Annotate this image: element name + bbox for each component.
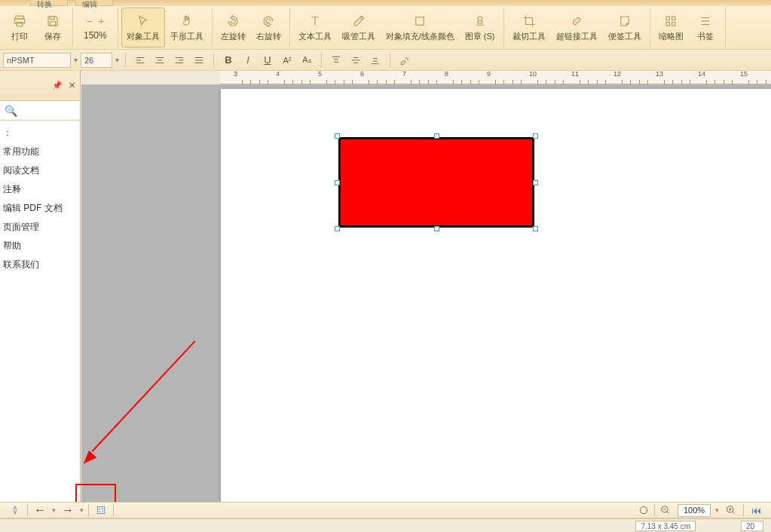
font-select[interactable] [3,53,71,68]
crop-icon [522,13,536,29]
resize-handle-se[interactable] [533,226,538,231]
rotate-left-label: 左旋转 [221,31,246,42]
pin-icon[interactable]: 📌 [52,81,63,90]
svg-rect-9 [666,23,670,26]
align-left-button[interactable] [132,52,148,69]
binoculars-icon[interactable]: 🔍 [5,105,17,117]
sidebar-item-contact[interactable]: 联系我们 [0,255,80,274]
valign-bot-button[interactable] [367,52,384,69]
format-bar: ▾ ▾ B I U A² A₂ [0,50,771,71]
canvas[interactable] [81,84,771,502]
resize-handle-s[interactable] [434,226,439,231]
selected-rectangle[interactable] [335,133,538,231]
pen-tool-button[interactable] [8,503,23,517]
valign-mid-button[interactable] [347,52,364,69]
rotate-right-button[interactable]: 右旋转 [251,8,286,47]
resize-handle-ne[interactable] [533,133,538,139]
tabs-bar: 转换 编辑 [0,0,771,6]
superscript-button[interactable]: A² [279,52,295,69]
prev-arrow-button[interactable]: ← [32,503,47,517]
thumbnail-label: 缩略图 [659,31,684,42]
rotate-right-icon [262,13,275,29]
sidebar-item-edit-pdf[interactable]: 编辑 PDF 文档 [0,199,80,218]
eyedropper-button[interactable]: 吸管工具 [337,8,381,47]
fill-line-button[interactable]: 对象填充/线条颜色 [381,8,460,47]
svg-line-44 [733,512,735,514]
save-icon [46,13,60,29]
resize-handle-w[interactable] [335,180,340,185]
eyedropper-label: 吸管工具 [342,31,375,42]
link-icon [570,13,583,29]
eyedropper-icon [352,13,366,29]
text-tool-button[interactable]: 文本工具 [293,8,337,47]
hyperlink-button[interactable]: 超链接工具 [551,8,603,47]
zoom-control[interactable]: − + 150% [76,8,115,47]
resize-handle-nw[interactable] [335,133,340,139]
sticky-label: 便签工具 [608,31,641,42]
rotate-left-icon [226,13,240,29]
status-page: 20 [741,521,763,531]
save-button[interactable]: 保存 [36,8,69,47]
zoom-in-button[interactable] [724,503,739,517]
resize-handle-e[interactable] [533,180,538,185]
object-tool-label: 对象工具 [127,31,160,42]
note-icon [618,13,632,29]
align-center-button[interactable] [151,52,168,69]
stamp-icon [473,13,487,29]
subscript-button[interactable]: A₂ [298,52,315,69]
rectangle-shape[interactable] [338,137,534,228]
svg-rect-7 [666,17,670,20]
annotation-arrow-head [81,451,96,468]
bold-button[interactable]: B [220,52,237,69]
fit-page-button[interactable] [93,503,109,517]
sidebar-item-common[interactable]: 常用功能 [0,142,80,161]
content-area: 📌 ✕ 🔍 ： 常用功能 阅读文档 注释 编辑 PDF 文档 页面管理 帮助 联… [0,71,771,502]
svg-rect-3 [50,17,54,20]
svg-rect-4 [50,22,56,26]
valign-top-button[interactable] [328,52,344,69]
sidebar-item-read[interactable]: 阅读文档 [0,161,80,180]
svg-rect-1 [14,19,25,23]
stamp-button[interactable]: 图章 (S) [460,8,500,47]
hand-icon [180,13,194,29]
tab-convert[interactable]: 转换 [30,0,68,6]
side-panel: 📌 ✕ 🔍 ： 常用功能 阅读文档 注释 编辑 PDF 文档 页面管理 帮助 联… [0,71,81,502]
sticky-button[interactable]: 便签工具 [603,8,647,47]
italic-button[interactable]: I [240,52,256,69]
side-search: 🔍 [0,101,80,121]
resize-handle-n[interactable] [434,133,439,139]
print-button[interactable]: 打印 [3,8,36,47]
align-right-button[interactable] [171,52,188,69]
side-panel-header: 📌 ✕ [0,71,80,101]
tab-edit[interactable]: 编辑 [75,0,113,6]
view-mode-button[interactable] [636,503,651,517]
first-page-button[interactable]: ⏮ [748,503,763,517]
close-icon[interactable]: ✕ [69,81,75,90]
zoom-out-icon[interactable]: − [86,15,92,27]
hand-tool-button[interactable]: 手形工具 [165,8,209,47]
next-arrow-button[interactable]: → [60,503,75,517]
crop-button[interactable]: 裁切工具 [507,8,551,47]
stamp-label: 图章 (S) [465,31,495,42]
zoom-out-button[interactable] [658,503,673,517]
align-justify-button[interactable] [191,52,207,69]
size-select[interactable] [81,53,112,68]
zoom-value: 150% [84,30,107,41]
bookmark-button[interactable]: 书签 [689,8,722,47]
underline-button[interactable]: U [259,52,276,69]
text-icon [308,13,322,29]
zoom-percent-input[interactable] [678,504,711,517]
sidebar-item-annotate[interactable]: 注释 [0,180,80,199]
object-tool-button[interactable]: 对象工具 [121,8,165,47]
rotate-right-label: 右旋转 [256,31,281,42]
resize-handle-sw[interactable] [335,226,340,231]
sidebar-item-help[interactable]: 帮助 [0,237,80,255]
rotate-left-button[interactable]: 左旋转 [216,8,251,47]
thumbnail-button[interactable]: 缩略图 [653,8,689,47]
sidebar-item-pages[interactable]: 页面管理 [0,218,80,237]
square-icon [413,13,427,29]
crop-label: 裁切工具 [512,31,546,42]
zoom-in-icon[interactable]: + [98,15,104,27]
highlight-button[interactable] [396,52,413,69]
save-label: 保存 [44,31,61,42]
